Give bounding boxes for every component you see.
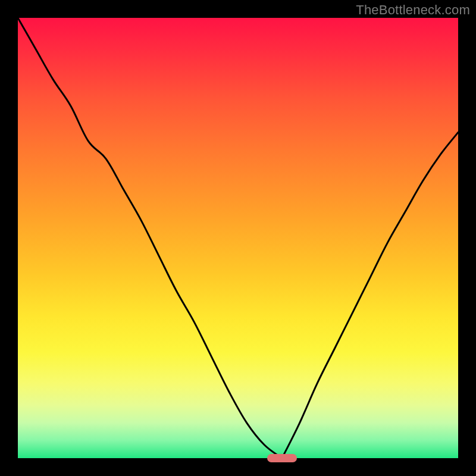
optimal-marker — [267, 454, 297, 462]
plot-area — [18, 18, 458, 458]
curve-layer — [18, 18, 458, 458]
attribution-label: TheBottleneck.com — [356, 2, 470, 18]
left-curve — [18, 18, 282, 458]
chart-frame: TheBottleneck.com — [0, 0, 476, 476]
right-curve — [282, 132, 458, 458]
